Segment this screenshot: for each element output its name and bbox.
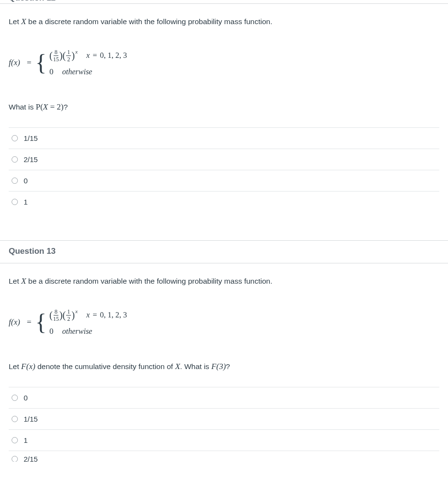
radio-icon[interactable] <box>12 437 18 443</box>
prompt-var-x: X <box>21 276 26 286</box>
cond-eq: = <box>91 51 99 59</box>
prompt-text: be a discrete random variable with the f… <box>26 17 272 26</box>
answer-label: 2/15 <box>24 155 38 164</box>
case-2: 0 otherwise <box>49 67 127 77</box>
answer-option[interactable]: 0 <box>9 387 439 409</box>
pmf-formula: f(x) = { (815)(12)x x = 0, 1, 2, 3 0 oth… <box>9 309 439 336</box>
question-12-body: Let X be a discrete random variable with… <box>0 4 448 217</box>
subq-text: Let <box>9 362 21 370</box>
case-1-cond: x = 0, 1, 2, 3 <box>86 311 127 319</box>
fx-label: f(x) <box>9 58 20 68</box>
case-2-expr: 0 <box>49 327 54 336</box>
frac-num: 8 <box>54 309 58 316</box>
answer-option[interactable]: 1 <box>9 430 439 451</box>
exponent: x <box>75 308 78 314</box>
case-1-expr: (815)(12)x <box>49 309 78 322</box>
subq-text: What is <box>9 103 36 111</box>
answer-label: 2/15 <box>24 455 38 462</box>
case-1: (815)(12)x x = 0, 1, 2, 3 <box>49 309 127 322</box>
case-1: (815)(12)x x = 0, 1, 2, 3 <box>49 49 127 62</box>
radio-icon[interactable] <box>12 456 18 462</box>
equals-sign: = <box>27 317 32 327</box>
cond-eq: = <box>91 311 99 319</box>
prompt-text: Let <box>9 17 21 26</box>
brace-icon: { <box>35 54 46 72</box>
frac-den: 2 <box>67 56 70 62</box>
answer-label: 1/15 <box>24 415 38 423</box>
subq-text: ? <box>226 362 230 370</box>
answer-label: 0 <box>24 177 28 185</box>
subq-x: X <box>175 362 180 371</box>
exponent: x <box>75 49 78 55</box>
radio-icon[interactable] <box>12 156 18 163</box>
pmf-formula: f(x) = { (815)(12)x x = 0, 1, 2, 3 0 oth… <box>9 49 439 77</box>
frac-num: 1 <box>66 309 71 316</box>
question-13-body: Let X be a discrete random variable with… <box>0 263 448 467</box>
frac-den: 2 <box>67 316 70 322</box>
radio-icon[interactable] <box>12 199 18 205</box>
equals-sign: = <box>27 58 32 68</box>
question-12-subprompt: What is P(X = 2)? <box>9 101 439 113</box>
question-12-prompt: Let X be a discrete random variable with… <box>9 15 439 28</box>
answer-label: 1 <box>24 198 28 206</box>
brace-icon: { <box>35 313 46 331</box>
cond-var: x <box>86 51 90 59</box>
case-2: 0 otherwise <box>49 327 127 336</box>
cond-vals: 0, 1, 2, 3 <box>100 51 127 59</box>
answer-option[interactable]: 1/15 <box>9 128 439 149</box>
case-2-cond: otherwise <box>62 327 92 336</box>
prompt-var-x: X <box>21 17 26 26</box>
prompt-text: be a discrete random variable with the f… <box>26 277 272 285</box>
question-12-answers: 1/15 2/15 0 1 <box>9 127 439 212</box>
question-13-header: Question 13 <box>0 241 448 263</box>
answer-option[interactable]: 2/15 <box>9 149 439 170</box>
subq-text: denote the cumulative density function o… <box>35 362 175 370</box>
question-13-title: Question 13 <box>9 247 56 256</box>
fx-label: f(x) <box>9 317 20 327</box>
case-2-expr: 0 <box>49 67 54 77</box>
question-13: Question 13 Let X be a discrete random v… <box>0 240 448 467</box>
case-1-expr: (815)(12)x <box>49 49 78 62</box>
question-13-subprompt: Let F(x) denote the cumulative density f… <box>9 360 439 373</box>
prompt-text: Let <box>9 277 21 285</box>
answer-option[interactable]: 2/15 <box>9 451 439 462</box>
frac-num: 8 <box>54 49 58 56</box>
radio-icon[interactable] <box>12 178 18 184</box>
subq-text: ? <box>64 103 68 111</box>
case-2-cond: otherwise <box>62 68 92 76</box>
question-13-prompt: Let X be a discrete random variable with… <box>9 275 439 288</box>
answer-option[interactable]: 1/15 <box>9 409 439 430</box>
question-12-header-cut: Question 12 <box>0 0 448 4</box>
question-12-title: Question 12 <box>9 0 56 2</box>
answer-label: 1/15 <box>24 134 38 142</box>
radio-icon[interactable] <box>12 416 18 422</box>
frac-num: 1 <box>66 49 71 56</box>
radio-icon[interactable] <box>12 135 18 141</box>
subq-text: . What is <box>180 362 211 370</box>
cases: (815)(12)x x = 0, 1, 2, 3 0 otherwise <box>49 309 127 336</box>
question-13-answers: 0 1/15 1 2/15 <box>9 387 439 462</box>
frac-den: 15 <box>53 316 59 322</box>
question-12: Let X be a discrete random variable with… <box>0 4 448 217</box>
answer-option[interactable]: 0 <box>9 170 439 192</box>
answer-label: 1 <box>24 436 28 444</box>
frac-den: 15 <box>53 56 59 62</box>
radio-icon[interactable] <box>12 395 18 401</box>
answer-label: 0 <box>24 394 28 402</box>
subq-f3: F(3) <box>211 362 226 371</box>
cases: (815)(12)x x = 0, 1, 2, 3 0 otherwise <box>49 49 127 77</box>
spacer <box>0 217 448 240</box>
case-1-cond: x = 0, 1, 2, 3 <box>86 51 127 60</box>
cond-var: x <box>86 311 90 319</box>
cond-vals: 0, 1, 2, 3 <box>100 311 127 319</box>
subq-fx: F(x) <box>21 362 35 371</box>
answer-option[interactable]: 1 <box>9 192 439 212</box>
